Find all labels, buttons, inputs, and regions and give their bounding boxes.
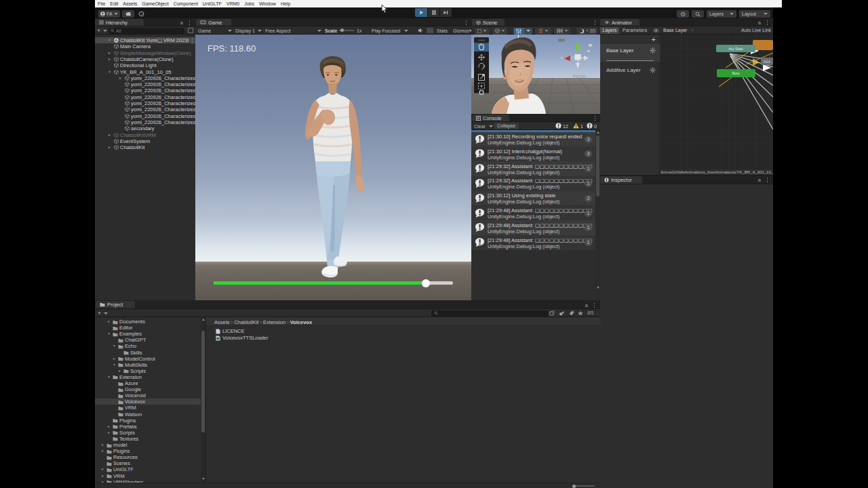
svg-text:Story: Story: [732, 71, 740, 75]
svg-text:x: x: [561, 56, 563, 60]
svg-text:Any State: Any State: [728, 47, 743, 51]
svg-text:Persp: Persp: [573, 74, 585, 79]
svg-text:ASIA: ASIA: [764, 60, 770, 64]
svg-text:Y: Y: [576, 38, 579, 42]
